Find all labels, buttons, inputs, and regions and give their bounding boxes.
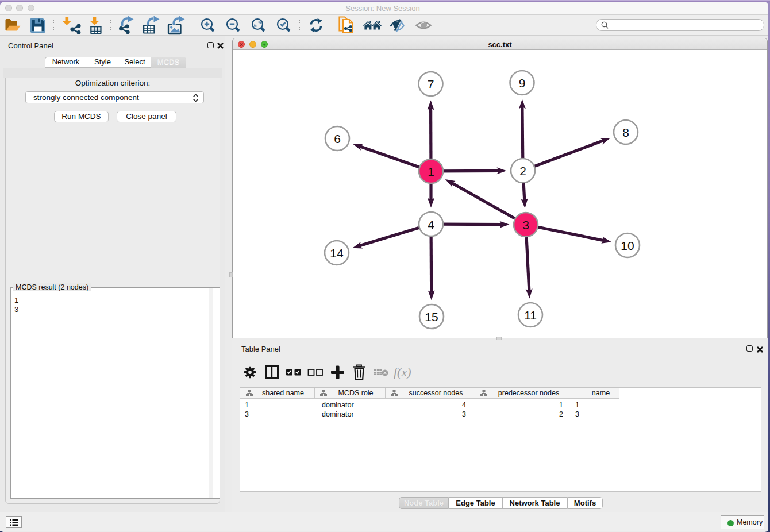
svg-text:8: 8: [622, 126, 629, 139]
svg-text:2: 2: [519, 164, 526, 178]
svg-text:4: 4: [428, 218, 434, 231]
svg-text:15: 15: [425, 310, 438, 323]
svg-text:3: 3: [522, 218, 529, 232]
svg-text:6: 6: [334, 132, 341, 145]
svg-text:14: 14: [330, 246, 344, 260]
svg-text:7: 7: [428, 78, 434, 91]
svg-text:10: 10: [621, 239, 634, 252]
svg-text:11: 11: [524, 309, 537, 322]
svg-text:f(x): f(x): [394, 365, 411, 379]
svg-text:9: 9: [519, 76, 526, 90]
svg-text:1: 1: [428, 165, 434, 178]
